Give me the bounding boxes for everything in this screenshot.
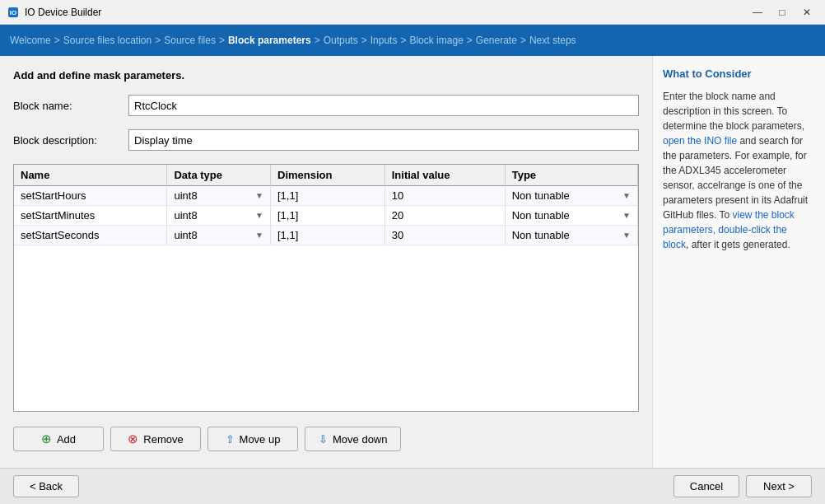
app-icon: IO: [7, 6, 20, 19]
title-bar: IO IO Device Builder — □ ✕: [0, 0, 825, 25]
datatype-dropdown-arrow[interactable]: ▼: [255, 231, 263, 240]
cell-dimension: [1,1]: [271, 186, 385, 206]
cell-type: Non tunable ▼: [505, 206, 637, 226]
move-down-button[interactable]: ⇩ Move down: [305, 427, 401, 451]
breadcrumb-bar: Welcome > Source files location > Source…: [0, 25, 825, 56]
remove-button[interactable]: ⊗ Remove: [110, 427, 201, 451]
table-row[interactable]: setStartHours uint8 ▼ [1,1] 10 Non tunab…: [14, 186, 638, 206]
breadcrumb-block-parameters: Block parameters: [228, 35, 311, 46]
cell-datatype: uint8 ▼: [167, 226, 271, 245]
col-name: Name: [14, 165, 167, 186]
cell-type: Non tunable ▼: [505, 226, 637, 245]
type-dropdown-arrow[interactable]: ▼: [622, 191, 631, 200]
cell-initial-value: 10: [385, 186, 505, 206]
footer-left: < Back: [13, 475, 79, 497]
datatype-dropdown-arrow[interactable]: ▼: [255, 211, 263, 220]
cell-datatype: uint8 ▼: [167, 186, 271, 206]
breadcrumb-next-steps[interactable]: Next steps: [529, 35, 576, 46]
block-name-label: Block name:: [13, 100, 120, 112]
breadcrumb-source-files-location[interactable]: Source files location: [63, 35, 151, 46]
right-panel-text: Enter the block name and description in …: [663, 89, 815, 252]
section-title: Add and define mask parameters.: [13, 69, 639, 82]
breadcrumb-outputs[interactable]: Outputs: [324, 35, 358, 46]
type-dropdown-arrow[interactable]: ▼: [622, 211, 631, 220]
next-button[interactable]: Next >: [746, 475, 812, 497]
block-description-input[interactable]: [128, 129, 639, 151]
block-name-input[interactable]: [128, 95, 639, 116]
add-button[interactable]: ⊕ Add: [13, 427, 104, 451]
block-description-row: Block description:: [13, 129, 639, 151]
move-up-button[interactable]: ⇧ Move up: [207, 427, 298, 451]
title-bar-text: IO Device Builder: [25, 7, 741, 18]
params-table: Name Data type Dimension Initial value T…: [13, 164, 639, 412]
cell-name: setStartSeconds: [14, 226, 167, 245]
cell-datatype: uint8 ▼: [167, 206, 271, 226]
cancel-button[interactable]: Cancel: [674, 475, 739, 497]
move-up-icon: ⇧: [226, 433, 235, 446]
table-row[interactable]: setStartMinutes uint8 ▼ [1,1] 20 Non tun…: [14, 206, 638, 226]
col-initial-value: Initial value: [385, 165, 505, 186]
close-button[interactable]: ✕: [795, 4, 818, 21]
right-panel-title: What to Consider: [663, 66, 815, 82]
maximize-button[interactable]: □: [771, 4, 794, 21]
datatype-dropdown-arrow[interactable]: ▼: [255, 191, 263, 200]
table-row[interactable]: setStartSeconds uint8 ▼ [1,1] 30 Non tun…: [14, 226, 638, 245]
right-panel: What to Consider Enter the block name an…: [652, 56, 825, 468]
breadcrumb-source-files[interactable]: Source files: [164, 35, 216, 46]
block-description-label: Block description:: [13, 134, 120, 147]
window-controls: — □ ✕: [746, 4, 818, 21]
breadcrumb-welcome[interactable]: Welcome: [10, 35, 51, 46]
back-button[interactable]: < Back: [13, 475, 79, 497]
move-up-label: Move up: [240, 433, 281, 446]
main-content: Add and define mask parameters. Block na…: [0, 56, 825, 468]
minimize-button[interactable]: —: [746, 4, 769, 21]
cell-name: setStartMinutes: [14, 206, 167, 226]
cell-initial-value: 20: [385, 206, 505, 226]
breadcrumb-block-image[interactable]: Block image: [409, 35, 463, 46]
cell-initial-value: 30: [385, 226, 505, 245]
move-down-icon: ⇩: [319, 433, 328, 446]
col-type: Type: [505, 165, 637, 186]
cell-name: setStartHours: [14, 186, 167, 206]
col-datatype: Data type: [167, 165, 271, 186]
breadcrumb-inputs[interactable]: Inputs: [371, 35, 398, 46]
left-panel: Add and define mask parameters. Block na…: [0, 56, 652, 468]
footer: < Back Cancel Next >: [0, 468, 825, 504]
move-down-label: Move down: [333, 433, 387, 446]
svg-text:IO: IO: [10, 9, 16, 16]
type-dropdown-arrow[interactable]: ▼: [622, 231, 631, 240]
breadcrumb-generate[interactable]: Generate: [476, 35, 517, 46]
bottom-actions: ⊕ Add ⊗ Remove ⇧ Move up ⇩ Move down: [13, 420, 639, 455]
block-name-row: Block name:: [13, 95, 639, 116]
add-icon: ⊕: [41, 432, 52, 446]
col-dimension: Dimension: [271, 165, 385, 186]
cell-dimension: [1,1]: [271, 226, 385, 245]
cell-type: Non tunable ▼: [505, 186, 637, 206]
add-label: Add: [57, 433, 76, 446]
remove-label: Remove: [143, 433, 183, 446]
cell-dimension: [1,1]: [271, 206, 385, 226]
remove-icon: ⊗: [128, 432, 138, 446]
footer-right: Cancel Next >: [674, 475, 812, 497]
